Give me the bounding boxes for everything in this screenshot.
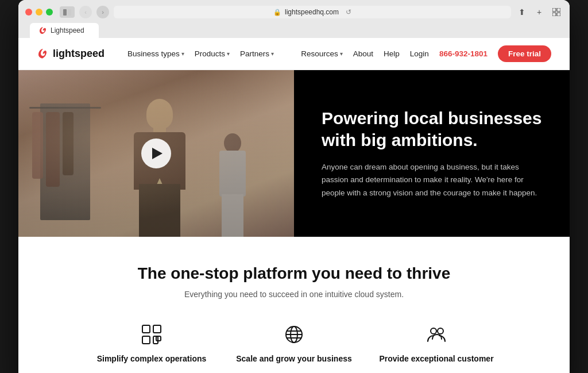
browser-controls: ‹ › 🔒 lightspeedhq.com ↺ ⬆ + xyxy=(25,6,563,18)
features-grid: Simplify complex operations Scale and g xyxy=(87,322,501,363)
chevron-down-icon: ▾ xyxy=(271,51,274,57)
chevron-down-icon: ▾ xyxy=(340,51,343,57)
nav-products[interactable]: Products ▾ xyxy=(195,49,230,58)
feature-item: Simplify complex operations xyxy=(87,322,216,363)
feature-icon-grid xyxy=(139,322,164,347)
feature-label-customer: Provide exceptional customer xyxy=(379,354,493,363)
free-trial-button[interactable]: Free trial xyxy=(498,45,551,62)
play-button[interactable] xyxy=(141,139,171,168)
svg-rect-1 xyxy=(68,9,71,16)
nav-partners[interactable]: Partners ▾ xyxy=(240,49,274,58)
nav-help[interactable]: Help xyxy=(384,49,400,58)
close-dot[interactable] xyxy=(25,9,32,16)
svg-rect-8 xyxy=(142,336,150,344)
nav-resources[interactable]: Resources ▾ xyxy=(301,49,343,58)
active-tab[interactable]: Lightspeed xyxy=(30,23,99,38)
svg-rect-5 xyxy=(557,13,560,16)
website: lightspeed Business types ▾ Products ▾ P… xyxy=(18,38,570,373)
platform-title: The one-stop platform you need to thrive xyxy=(37,264,551,283)
maximize-dot[interactable] xyxy=(46,9,53,16)
svg-point-17 xyxy=(438,328,443,334)
nav-left: Business types ▾ Products ▾ Partners ▾ xyxy=(127,49,274,58)
svg-rect-3 xyxy=(557,8,560,11)
platform-subtitle: Everything you need to succeed in one in… xyxy=(37,290,551,299)
chevron-down-icon: ▾ xyxy=(227,51,230,57)
browser-actions: ⬆ + xyxy=(516,6,563,18)
nav-business-types[interactable]: Business types ▾ xyxy=(127,49,184,58)
nav-phone[interactable]: 866-932-1801 xyxy=(439,49,488,58)
feature-item: Scale and grow your business xyxy=(230,322,358,363)
url-text: lightspeedhq.com xyxy=(285,8,339,16)
chevron-down-icon: ▾ xyxy=(181,51,184,57)
tabs-button[interactable] xyxy=(550,6,563,18)
hero-title: Powering local businesses with big ambit… xyxy=(322,107,547,151)
nav-right: Resources ▾ About Help Login 866-932-180… xyxy=(301,45,551,62)
svg-rect-4 xyxy=(552,13,556,16)
hero-content: Powering local businesses with big ambit… xyxy=(294,70,570,237)
new-tab-button[interactable]: + xyxy=(533,6,546,18)
svg-rect-2 xyxy=(552,8,556,11)
share-button[interactable]: ⬆ xyxy=(516,6,528,18)
logo-link[interactable]: lightspeed xyxy=(37,48,105,60)
minimize-dot[interactable] xyxy=(36,9,42,16)
tab-bar: Lightspeed xyxy=(25,23,563,38)
back-button[interactable]: ‹ xyxy=(79,6,92,18)
feature-item: Provide exceptional customer xyxy=(372,322,501,363)
tab-title: Lightspeed xyxy=(51,26,84,34)
feature-icon-users xyxy=(424,322,449,347)
traffic-lights xyxy=(25,9,53,16)
svg-rect-7 xyxy=(153,325,161,333)
lock-icon: 🔒 xyxy=(273,9,281,16)
svg-rect-6 xyxy=(142,325,150,333)
site-nav: lightspeed Business types ▾ Products ▾ P… xyxy=(18,38,570,70)
svg-point-16 xyxy=(431,328,436,334)
reload-icon[interactable]: ↺ xyxy=(346,8,351,16)
sidebar-toggle-button[interactable] xyxy=(60,6,75,18)
browser-chrome: ‹ › 🔒 lightspeedhq.com ↺ ⬆ + xyxy=(18,0,570,38)
feature-label-scale: Scale and grow your business xyxy=(236,354,352,363)
feature-icon-globe xyxy=(281,322,307,347)
hero-video xyxy=(18,70,294,237)
nav-about[interactable]: About xyxy=(353,49,373,58)
logo-text: lightspeed xyxy=(53,48,105,60)
tab-favicon xyxy=(39,26,47,34)
browser-window: ‹ › 🔒 lightspeedhq.com ↺ ⬆ + xyxy=(18,0,570,373)
svg-rect-0 xyxy=(63,9,67,16)
play-triangle-icon xyxy=(152,148,163,159)
feature-label-operations: Simplify complex operations xyxy=(97,354,207,363)
hero-description: Anyone can dream about opening a busines… xyxy=(322,161,540,199)
nav-login[interactable]: Login xyxy=(410,49,429,58)
address-bar[interactable]: 🔒 lightspeedhq.com ↺ xyxy=(114,6,511,18)
forward-button[interactable]: › xyxy=(96,6,109,18)
platform-section: The one-stop platform you need to thrive… xyxy=(18,237,570,373)
hero-section: Powering local businesses with big ambit… xyxy=(18,70,570,237)
logo-icon xyxy=(37,48,49,60)
